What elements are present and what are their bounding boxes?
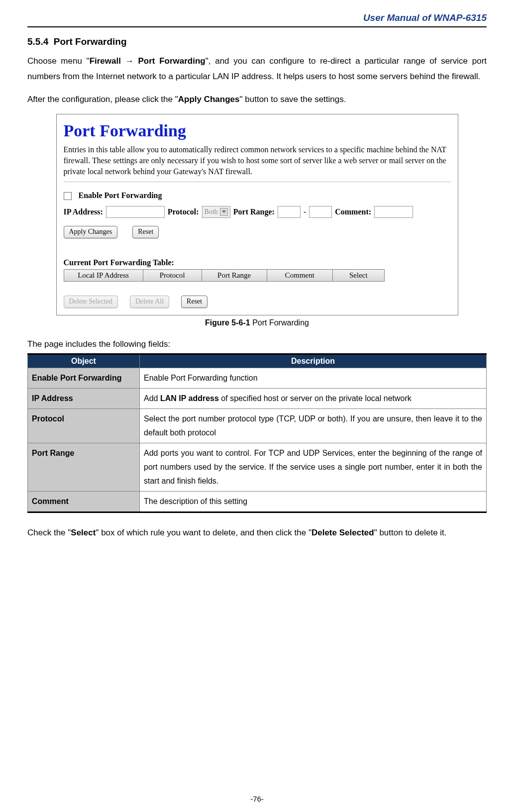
obj-cell: Comment xyxy=(28,492,140,512)
obj-cell: Port Range xyxy=(28,443,140,492)
delete-all-button[interactable]: Delete All xyxy=(130,296,169,308)
panel-title: Port Forwarding xyxy=(64,119,451,144)
desc-cell: Add ports you want to control. For TCP a… xyxy=(140,443,487,492)
obj-cell: IP Address xyxy=(28,389,140,409)
lead-in-text: The page includes the following fields: xyxy=(27,339,487,349)
figure-text: Port Forwarding xyxy=(250,318,309,327)
port-range-start-input[interactable] xyxy=(278,206,301,218)
th-port-range: Port Range xyxy=(202,270,267,282)
panel-intro: Entries in this table allow you to autom… xyxy=(64,144,451,177)
text: After the configuration, please click th… xyxy=(27,95,178,104)
obj-cell: Protocol xyxy=(28,409,140,443)
comment-label: Comment: xyxy=(335,207,371,216)
table-row: Comment The description of this setting xyxy=(28,492,487,512)
th-local-ip: Local IP Address xyxy=(64,270,143,282)
port-forwarding-table: Local IP Address Protocol Port Range Com… xyxy=(64,269,385,282)
table-row: Port Range Add ports you want to control… xyxy=(28,443,487,492)
button-row-2: Delete Selected Delete All Reset xyxy=(64,296,451,308)
intro-paragraph-1: Choose menu "Firewall → Port Forwarding"… xyxy=(27,53,487,85)
text: Add xyxy=(144,394,160,403)
enable-row: Enable Port Forwarding xyxy=(64,189,451,202)
screenshot-panel: Port Forwarding Entries in this table al… xyxy=(56,114,458,315)
section-title: Port Forwarding xyxy=(54,36,127,47)
ip-address-input[interactable] xyxy=(106,206,165,218)
th-object: Object xyxy=(28,354,140,368)
bold-text: Select xyxy=(71,528,96,537)
button-row-1: Apply Changes Reset xyxy=(64,226,451,238)
table-title: Current Port Forwarding Table: xyxy=(64,258,451,267)
obj-cell: Enable Port Forwarding xyxy=(28,368,140,389)
bold-text: Firewall xyxy=(90,56,121,66)
chevron-down-icon xyxy=(220,208,228,216)
fields-row: IP Address: Protocol: Both Port Range: -… xyxy=(64,206,451,218)
section-heading: 5.5.4 Port Forwarding xyxy=(27,36,487,47)
table-row: Protocol Select the port number protocol… xyxy=(28,409,487,443)
intro-paragraph-2: After the configuration, please click th… xyxy=(27,92,487,107)
protocol-value: Both xyxy=(205,208,218,216)
desc-cell: Add LAN IP address of specified host or … xyxy=(140,389,487,409)
table-row: Enable Port Forwarding Enable Port Forwa… xyxy=(28,368,487,389)
desc-cell: Enable Port Forwarding function xyxy=(140,368,487,389)
th-description: Description xyxy=(140,354,487,368)
th-select: Select xyxy=(333,270,384,282)
bold-text: Delete Selected xyxy=(311,528,374,537)
reset-button[interactable]: Reset xyxy=(132,226,159,238)
text: of specified host or server on the priva… xyxy=(219,394,411,403)
page-number: -76- xyxy=(0,795,514,803)
enable-port-forwarding-checkbox[interactable] xyxy=(64,192,72,200)
delete-selected-button[interactable]: Delete Selected xyxy=(64,296,118,308)
divider xyxy=(64,182,451,182)
text: " box of which rule you want to delete, … xyxy=(96,528,311,537)
th-comment: Comment xyxy=(267,270,333,282)
apply-changes-button[interactable]: Apply Changes xyxy=(64,226,118,238)
figure-label: Figure 5-6-1 xyxy=(205,318,250,327)
th-protocol: Protocol xyxy=(143,270,202,282)
text: Check the " xyxy=(27,528,71,537)
table-row: IP Address Add LAN IP address of specifi… xyxy=(28,389,487,409)
reset-button-2[interactable]: Reset xyxy=(181,296,207,308)
text: " button to delete it. xyxy=(374,528,447,537)
desc-cell: The description of this setting xyxy=(140,492,487,512)
enable-port-forwarding-label: Enable Port Forwarding xyxy=(79,191,162,200)
figure-caption: Figure 5-6-1 Port Forwarding xyxy=(27,318,487,327)
page-header: User Manual of WNAP-6315 xyxy=(27,12,487,27)
bold-text: Apply Changes xyxy=(178,95,240,104)
dash: - xyxy=(304,207,306,216)
description-table: Object Description Enable Port Forwardin… xyxy=(27,353,487,513)
text: Choose menu " xyxy=(27,56,90,66)
desc-cell: Select the port number protocol type (TC… xyxy=(140,409,487,443)
bold-text: Port Forwarding xyxy=(138,56,205,66)
bold-text: LAN IP address xyxy=(160,394,219,403)
arrow-icon: → xyxy=(121,56,138,66)
port-range-end-input[interactable] xyxy=(309,206,332,218)
text: " button to save the settings. xyxy=(240,95,346,104)
comment-input[interactable] xyxy=(374,206,413,218)
closing-paragraph: Check the "Select" box of which rule you… xyxy=(27,525,487,540)
protocol-label: Protocol: xyxy=(168,207,199,216)
protocol-select[interactable]: Both xyxy=(202,206,230,218)
ip-address-label: IP Address: xyxy=(64,207,103,216)
section-number: 5.5.4 xyxy=(27,36,48,47)
port-range-label: Port Range: xyxy=(233,207,275,216)
